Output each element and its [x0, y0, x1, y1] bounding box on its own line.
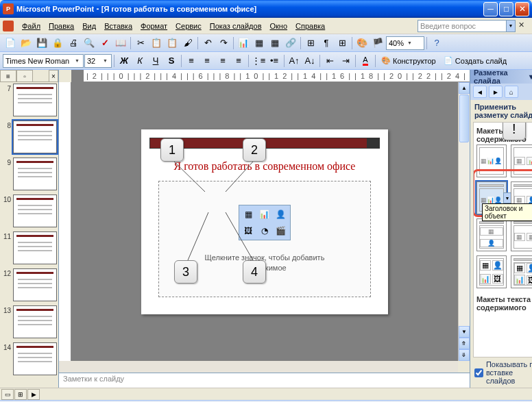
next-slide-button[interactable]: ⤋ [459, 349, 470, 361]
redo-button[interactable]: ↷ [216, 36, 231, 51]
zoom-combo[interactable]: 40% ▼ [386, 36, 424, 50]
slide-canvas[interactable]: Я готов работать в современном офисе ▦ 📊… [71, 82, 458, 361]
numbering-button[interactable]: ⋮≡ [251, 53, 266, 68]
insert-picture-icon[interactable]: 🖼 [241, 223, 256, 239]
thumbnail-item[interactable]: 11 [1, 231, 57, 264]
print-button[interactable]: 🖨 [66, 36, 81, 51]
help-search-input[interactable] [418, 20, 507, 32]
thumbnail-preview[interactable] [13, 231, 57, 264]
menu-edit[interactable]: Правка [45, 21, 78, 32]
editor-vscrollbar[interactable]: ▲ ▼ ⤊ ⤋ [458, 82, 470, 361]
thumbnail-preview[interactable] [13, 342, 57, 375]
cut-button[interactable]: ✂ [133, 36, 148, 51]
thumbnail-item[interactable]: 14 [1, 342, 57, 375]
menu-window[interactable]: Окно [266, 21, 292, 32]
show-on-insert-checkbox[interactable] [474, 368, 483, 377]
menu-file[interactable]: Файл [18, 21, 45, 32]
research-button[interactable]: 📖 [113, 36, 128, 51]
menu-format[interactable]: Формат [136, 21, 171, 32]
increase-indent-button[interactable]: ⇥ [338, 53, 353, 68]
thumbnail-preview[interactable] [13, 268, 57, 301]
nav-home-button[interactable]: ⌂ [505, 86, 518, 98]
normal-view-button[interactable]: ▭ [1, 389, 14, 400]
thumbnail-preview[interactable] [13, 305, 57, 338]
underline-button[interactable]: Ч [148, 53, 163, 68]
increase-font-button[interactable]: A↑ [287, 53, 302, 68]
undo-button[interactable]: ↶ [200, 36, 215, 51]
help-dropdown-icon[interactable]: ▼ [507, 20, 516, 32]
thumbnail-preview[interactable] [13, 194, 57, 227]
maximize-button[interactable]: □ [499, 2, 513, 16]
format-painter-button[interactable]: 🖌 [180, 36, 195, 51]
slide-title-placeholder[interactable]: Я готов работать в современном офисе [141, 160, 388, 173]
hyperlink-button[interactable]: 🔗 [283, 36, 298, 51]
new-button[interactable]: 📄 [3, 36, 18, 51]
paste-button[interactable]: 📋 [165, 36, 180, 51]
slideshow-view-button[interactable]: ▶ [27, 389, 40, 400]
align-center-button[interactable]: ≡ [200, 53, 215, 68]
layout-item[interactable]: ▦▦ [511, 218, 532, 251]
insert-table-icon[interactable]: ▦ [241, 207, 256, 223]
thumbs-close-button[interactable]: × [49, 70, 58, 82]
insert-chart-icon[interactable]: 📊 [257, 207, 273, 223]
taskpane-dropdown[interactable]: ▼ [528, 73, 532, 81]
color-button[interactable]: 🎨 [354, 36, 370, 51]
insert-chart-button[interactable]: 📊 [236, 36, 251, 51]
decrease-font-button[interactable]: A↓ [302, 53, 317, 68]
scroll-up-button[interactable]: ▲ [459, 82, 470, 94]
thumbnail-item[interactable]: 8 [1, 121, 57, 153]
align-left-button[interactable]: ≡ [184, 53, 199, 68]
preview-button[interactable]: 🔍 [82, 36, 97, 51]
open-button[interactable]: 📂 [19, 36, 34, 51]
new-slide-button[interactable]: 📄 Создать слайд [440, 53, 510, 68]
expand-all-button[interactable]: ⊞ [303, 36, 318, 51]
layout-item[interactable]: ▦👤📊🖼 [511, 255, 532, 288]
minimize-button[interactable]: ─ [483, 2, 498, 16]
font-size-combo[interactable]: 32 ▼ [84, 54, 112, 68]
show-formatting-button[interactable]: ¶ [319, 36, 334, 51]
align-justify-button[interactable]: ≡ [231, 53, 246, 68]
thumbnail-preview[interactable] [13, 121, 57, 153]
insert-diagram-icon[interactable]: ◔ [257, 223, 273, 239]
thumbnail-item[interactable]: 13 [1, 305, 57, 338]
close-button[interactable]: ✕ [515, 2, 529, 16]
thumbnail-item[interactable]: 9 [1, 158, 57, 190]
permission-button[interactable]: 🔒 [50, 36, 65, 51]
prev-slide-button[interactable]: ⤊ [459, 338, 470, 349]
nav-forward-button[interactable]: ► [489, 86, 503, 98]
app-control-icon[interactable] [3, 21, 14, 32]
scroll-thumb[interactable] [459, 95, 469, 142]
designer-button[interactable]: 🎨 Конструктор [378, 53, 439, 68]
save-button[interactable]: 💾 [34, 36, 49, 51]
layout-item[interactable]: ▦👤📊🖼 [476, 255, 507, 288]
layout-item[interactable]: ▦👤 [476, 218, 507, 251]
thumbnail-list[interactable]: 7891011121314 [0, 82, 58, 388]
insert-clipart-icon[interactable]: 👤 [273, 207, 289, 223]
shadow-button[interactable]: S [164, 53, 179, 68]
decrease-indent-button[interactable]: ⇤ [322, 53, 337, 68]
outline-tab[interactable]: ≡ [0, 70, 16, 82]
bold-button[interactable]: Ж [117, 53, 132, 68]
thumbnail-preview[interactable] [13, 158, 57, 190]
tables-borders-button[interactable]: ▦ [267, 36, 282, 51]
layout-item[interactable]: ▦📊👤 [476, 145, 507, 177]
menu-slideshow[interactable]: Показ слайдов [206, 21, 266, 32]
nav-back-button[interactable]: ◄ [473, 86, 487, 98]
thumbnail-item[interactable]: 10 [1, 194, 57, 227]
slides-tab[interactable]: ▫ [16, 70, 33, 82]
menu-tools[interactable]: Сервис [171, 21, 206, 32]
font-combo[interactable]: Times New Roman ▼ [3, 54, 84, 68]
thumbnail-preview[interactable] [13, 84, 57, 116]
layout-item[interactable]: ▦📊 [511, 145, 532, 177]
menu-help[interactable]: Справка [291, 21, 329, 32]
thumbnail-item[interactable]: 7 [1, 84, 57, 116]
menu-view[interactable]: Вид [78, 21, 100, 32]
doc-close-button[interactable]: ✕ [518, 21, 529, 32]
copy-button[interactable]: 📋 [149, 36, 164, 51]
align-right-button[interactable]: ≡ [215, 53, 230, 68]
thumbnail-item[interactable]: 12 [1, 268, 57, 301]
notes-pane[interactable]: Заметки к слайду [59, 373, 470, 388]
menu-insert[interactable]: Вставка [100, 21, 136, 32]
insert-media-icon[interactable]: 🎬 [273, 223, 289, 239]
spelling-button[interactable]: ✓ [97, 36, 112, 51]
